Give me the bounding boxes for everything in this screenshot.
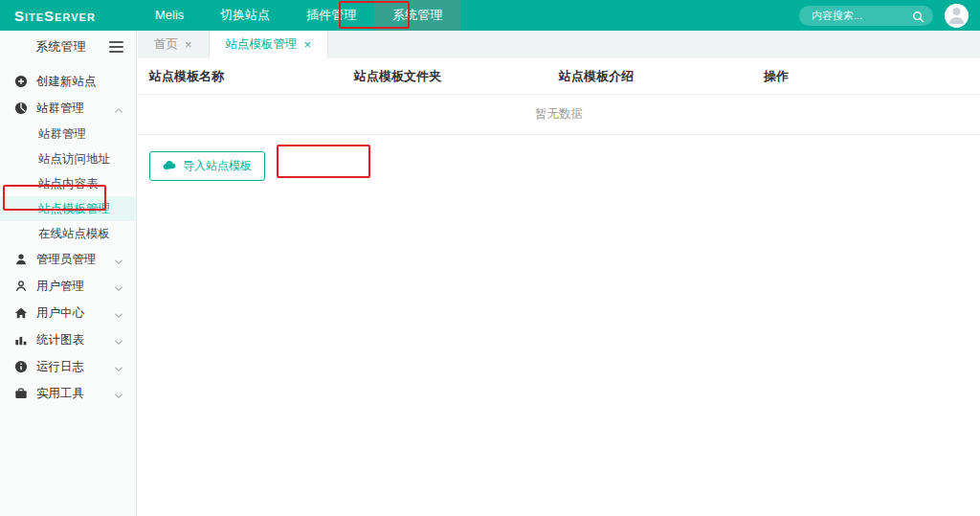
sidebar-submenu-site-group: 站群管理 站点访问地址 站点内容表 站点模板管理 在线站点模板 [0, 122, 136, 246]
topbar: SiteServer Melis 切换站点 插件管理 系统管理 [0, 0, 980, 31]
sidebar-group-label: 站群管理 [36, 101, 84, 117]
column-header-template-description: 站点模板介绍 [559, 68, 764, 85]
empty-state-text: 暂无数据 [535, 106, 583, 123]
home-icon [14, 306, 28, 320]
column-header-template-folder: 站点模板文件夹 [354, 68, 559, 85]
sidebar-group-run-logs[interactable]: 运行日志 [0, 353, 136, 380]
sidebar-item-site-content-table[interactable]: 站点内容表 [0, 171, 136, 196]
top-navigation: Melis 切换站点 插件管理 系统管理 [137, 0, 460, 31]
chevron-down-icon [114, 256, 123, 264]
sidebar-item-label: 站点内容表 [38, 176, 99, 192]
topnav-switch-site[interactable]: 切换站点 [202, 0, 288, 31]
sidebar-group-admin-management[interactable]: 管理员管理 [0, 246, 136, 273]
tab-label: 首页 [154, 36, 178, 53]
sidebar-item-site-access-url[interactable]: 站点访问地址 [0, 146, 136, 171]
tab-close-icon[interactable]: × [304, 38, 312, 51]
tab-close-icon[interactable]: × [185, 38, 192, 51]
cloud-upload-icon [163, 160, 176, 173]
empty-state: 暂无数据 [138, 95, 980, 135]
sidebar-group-label: 统计图表 [36, 332, 84, 348]
tab-site-template-admin[interactable]: 站点模板管理 × [210, 31, 329, 58]
app-logo[interactable]: SiteServer [0, 8, 137, 24]
toolbox-icon [14, 387, 28, 400]
sidebar-item-label: 站点模板管理 [38, 201, 110, 217]
sidebar-item-label: 站群管理 [38, 126, 86, 143]
sites-icon [14, 101, 28, 115]
topbar-right [799, 4, 980, 28]
chevron-down-icon [114, 390, 123, 398]
sidebar-group-user-center[interactable]: 用户中心 [0, 300, 136, 326]
import-site-template-button[interactable]: 导入站点模板 [149, 151, 265, 181]
sidebar-group-label: 运行日志 [36, 359, 84, 375]
table-header-row: 站点模板名称 站点模板文件夹 站点模板介绍 操作 [138, 58, 980, 95]
sidebar-group-utilities[interactable]: 实用工具 [0, 380, 136, 407]
sidebar-item-label: 创建新站点 [36, 74, 97, 90]
topnav-melis[interactable]: Melis [137, 0, 202, 31]
sidebar-group-label: 管理员管理 [36, 252, 97, 268]
tab-home[interactable]: 首页 × [138, 31, 210, 58]
topnav-system-admin[interactable]: 系统管理 [374, 0, 460, 31]
sidebar-item-create-site[interactable]: 创建新站点 [0, 68, 136, 95]
actions-bar: 导入站点模板 [138, 135, 980, 197]
user-icon [14, 280, 28, 293]
column-header-template-name: 站点模板名称 [149, 68, 354, 85]
sidebar-group-label: 用户管理 [36, 279, 84, 295]
sidebar-group-statistics-charts[interactable]: 统计图表 [0, 326, 136, 353]
info-icon [14, 360, 28, 373]
content-search [799, 6, 933, 26]
chevron-down-icon [114, 336, 123, 345]
topnav-plugin-admin[interactable]: 插件管理 [288, 0, 374, 31]
sidebar-group-site-group[interactable]: 站群管理 [0, 95, 136, 122]
chevron-down-icon [114, 363, 123, 371]
tab-bar: 首页 × 站点模板管理 × [138, 31, 980, 58]
chevron-down-icon [114, 309, 123, 318]
main-content: 首页 × 站点模板管理 × 站点模板名称 站点模板文件夹 站点模板介绍 操作 暂… [138, 31, 980, 516]
menu-toggle-icon[interactable] [109, 41, 123, 53]
sidebar-item-site-template-admin[interactable]: 站点模板管理 [0, 196, 136, 221]
plus-circle-icon [14, 75, 28, 88]
import-button-label: 导入站点模板 [183, 158, 252, 174]
chart-icon [14, 333, 28, 347]
sidebar-group-label: 用户中心 [36, 305, 84, 322]
sidebar-group-label: 实用工具 [36, 386, 84, 402]
sidebar-group-user-management[interactable]: 用户管理 [0, 273, 136, 300]
chevron-up-icon [114, 104, 123, 113]
sidebar: 系统管理 创建新站点 站群管理 站群管理 站点访问地址 [0, 31, 137, 516]
sidebar-item-label: 站点访问地址 [38, 151, 110, 168]
user-avatar[interactable] [945, 4, 969, 28]
column-header-actions: 操作 [764, 68, 969, 85]
tab-label: 站点模板管理 [226, 36, 298, 53]
avatar-person-icon [945, 4, 969, 28]
search-icon[interactable] [912, 10, 924, 22]
sidebar-item-site-group-admin[interactable]: 站群管理 [0, 122, 136, 146]
sidebar-item-online-site-templates[interactable]: 在线站点模板 [0, 221, 136, 246]
sidebar-item-label: 在线站点模板 [38, 226, 110, 242]
sidebar-menu: 创建新站点 站群管理 站群管理 站点访问地址 站点内容表 站点模板管理 [0, 62, 136, 407]
sidebar-header: 系统管理 [0, 31, 136, 62]
sidebar-title: 系统管理 [12, 38, 109, 56]
admin-icon [14, 253, 28, 266]
chevron-down-icon [114, 282, 123, 291]
